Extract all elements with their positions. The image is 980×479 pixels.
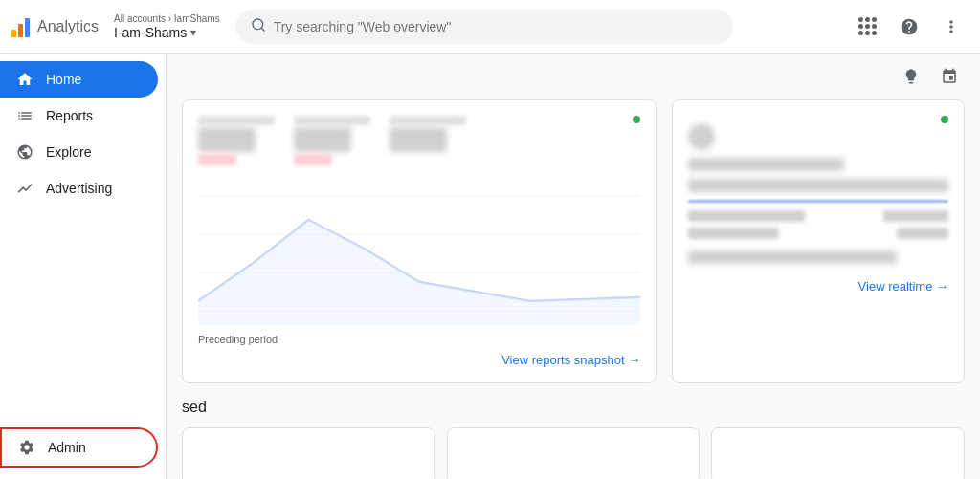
realtime-cell-2 [883,210,948,222]
sidebar-item-home-label: Home [46,72,81,87]
realtime-data-row-1 [688,210,948,222]
sidebar-item-admin[interactable]: Admin [0,427,158,468]
search-bar[interactable] [235,10,733,44]
chart-area [198,177,640,330]
realtime-footer-label [688,250,896,264]
card-metrics [198,116,640,165]
recently-used-card-1[interactable] [182,427,435,479]
help-button[interactable] [892,10,926,44]
realtime-chart-bar [688,200,948,203]
recently-used-section: sed [167,399,980,479]
compare-button[interactable] [934,61,965,92]
main-cards-row: Preceding period View reports snapshot → [167,99,980,399]
logo-bar-yellow [11,30,16,37]
explore-icon [15,143,34,161]
sidebar-spacer [0,207,166,427]
sidebar-item-advertising[interactable]: Advertising [0,170,158,207]
sidebar: Home Reports Explore Advertising [0,54,167,479]
logo-bar-blue [25,18,30,37]
metric-change-2 [294,154,332,165]
realtime-cell-3 [688,228,779,239]
realtime-cell-1 [688,210,805,222]
account-selector[interactable]: All accounts › IamShams I-am-Shams ▾ [114,13,220,40]
sidebar-item-home[interactable]: Home [0,61,158,98]
chevron-down-icon: ▾ [190,26,196,39]
logo-area: Analytics [11,16,99,37]
sidebar-item-reports-label: Reports [46,108,93,123]
grid-icon [858,17,877,35]
metric-value-1 [198,127,256,152]
reports-snapshot-card: Preceding period View reports snapshot → [182,99,657,383]
sidebar-item-admin-label: Admin [48,440,86,455]
top-navigation: Analytics All accounts › IamShams I-am-S… [0,0,980,54]
admin-icon [17,439,36,456]
view-realtime-link[interactable]: View realtime → [688,272,948,294]
recently-used-cards [182,427,965,479]
logo-bar-orange [18,24,23,37]
realtime-status-dot [941,116,948,123]
metric-change-1 [198,154,236,165]
metric-label-2 [294,116,370,125]
account-name: I-am-Shams [114,25,187,40]
account-name-button[interactable]: I-am-Shams ▾ [114,25,220,40]
metric-value-3 [390,127,447,152]
search-input[interactable] [274,19,718,34]
more-options-button[interactable] [934,10,969,44]
recently-used-card-2[interactable] [447,427,701,479]
metric-item-3 [390,116,466,165]
preceding-period-label: Preceding period [198,334,640,345]
realtime-card: View realtime → [672,99,965,383]
sidebar-item-explore[interactable]: Explore [0,134,158,170]
nav-icons [850,10,969,44]
realtime-metric-circle [688,123,715,150]
metric-item-1 [198,116,275,165]
analytics-logo [11,16,30,37]
search-icon [251,17,266,36]
content-area: Preceding period View reports snapshot → [167,54,980,479]
metric-value-2 [294,127,351,152]
reports-icon [15,107,34,124]
insights-button[interactable] [896,61,926,92]
metric-item-2 [294,116,370,165]
content-top-bar [167,54,980,99]
app-name: Analytics [37,18,99,35]
svg-line-1 [261,28,264,31]
view-reports-snapshot-text: View reports snapshot → [501,353,640,367]
main-layout: Home Reports Explore Advertising [0,54,980,479]
advertising-icon [15,180,34,197]
realtime-label-2 [688,179,948,192]
recently-used-title: sed [182,399,965,416]
sidebar-item-explore-label: Explore [46,144,91,160]
realtime-cell-4 [897,228,948,239]
sidebar-item-advertising-label: Advertising [46,181,112,196]
sidebar-item-reports[interactable]: Reports [0,98,158,134]
realtime-label-1 [688,158,844,171]
google-apps-button[interactable] [850,10,884,44]
account-path: All accounts › IamShams [114,13,220,25]
recently-used-card-3[interactable] [711,427,965,479]
realtime-data-row-2 [688,228,948,239]
metric-label-1 [198,116,275,125]
view-reports-snapshot-link[interactable]: View reports snapshot → [198,345,640,367]
metric-label-3 [390,116,466,125]
view-realtime-text: View realtime → [858,279,948,294]
home-icon [15,71,34,88]
